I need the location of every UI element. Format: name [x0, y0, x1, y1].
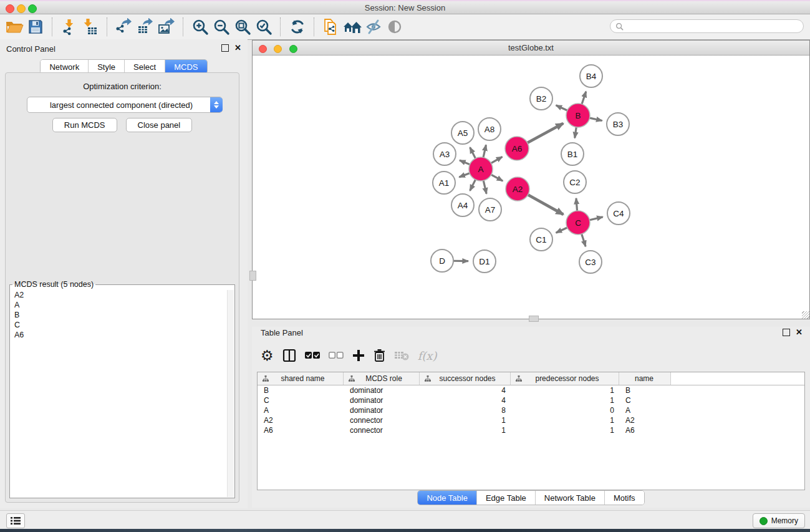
table-cell[interactable]: B — [619, 386, 671, 395]
node-A6[interactable]: A6 — [505, 137, 529, 160]
export-network-button[interactable] — [113, 17, 135, 37]
copy-session-button[interactable] — [321, 17, 342, 37]
refresh-button[interactable] — [287, 17, 308, 37]
table-cell[interactable]: 4 — [420, 396, 511, 405]
resize-grip-icon[interactable] — [802, 311, 809, 319]
table-cell[interactable]: A6 — [619, 426, 671, 435]
node-B3[interactable]: B3 — [607, 113, 629, 135]
edge-A-A4[interactable] — [470, 179, 476, 191]
table-cell[interactable]: B — [258, 386, 344, 395]
table-cell[interactable]: A — [258, 406, 344, 415]
zoom-in-button[interactable] — [190, 17, 211, 37]
zoom-fit-button[interactable] — [232, 17, 253, 37]
table-close-panel-icon[interactable]: ✕ — [796, 329, 803, 336]
mcds-result-item[interactable]: A — [11, 300, 228, 310]
table-cell[interactable]: 1 — [511, 416, 619, 425]
open-folder-button[interactable] — [4, 17, 25, 37]
export-table-button[interactable] — [135, 17, 156, 37]
mcds-result-item[interactable]: B — [11, 310, 228, 320]
edge-A-A5[interactable] — [470, 147, 476, 159]
node-D1[interactable]: D1 — [473, 250, 496, 273]
table-cell[interactable]: 1 — [511, 396, 619, 405]
node-B[interactable]: B — [566, 104, 590, 127]
node-A2[interactable]: A2 — [506, 177, 529, 201]
tab-select[interactable]: Select — [125, 60, 165, 74]
splitter-handle-left[interactable] — [249, 271, 256, 281]
table-cell[interactable]: C — [619, 396, 671, 405]
import-network-button[interactable] — [59, 17, 80, 37]
gear-button[interactable]: ⚙ — [261, 346, 274, 365]
memory-button[interactable]: Memory — [753, 513, 805, 528]
node-D[interactable]: D — [431, 249, 453, 272]
home-button[interactable] — [342, 17, 363, 37]
node-C2[interactable]: C2 — [564, 171, 586, 193]
network-canvas[interactable]: B4B2BB3A5A8A6A3B1AA1A2C2A4A7CC4C1C3DD1 — [253, 56, 809, 319]
edge-A-A1[interactable] — [459, 173, 470, 177]
zoom-selected-button[interactable] — [253, 17, 274, 37]
export-image-button[interactable] — [156, 17, 177, 37]
close-panel-icon[interactable]: ✕ — [234, 44, 241, 52]
table-cell[interactable]: 1 — [511, 386, 619, 395]
node-A3[interactable]: A3 — [433, 143, 456, 165]
table-cell[interactable]: A2 — [258, 416, 344, 425]
table-row[interactable]: Cdominator41C — [258, 395, 804, 405]
column-header-predecessor-nodes[interactable]: predecessor nodes — [511, 372, 619, 385]
table-row[interactable]: A6connector11A6 — [258, 425, 804, 435]
edge-C-C4[interactable] — [589, 217, 603, 220]
tab-network-table[interactable]: Network Table — [536, 491, 605, 505]
show-eye-button[interactable] — [384, 17, 405, 37]
table-cell[interactable]: 0 — [511, 406, 619, 415]
search-box[interactable] — [610, 19, 804, 33]
table-cell[interactable]: 1 — [511, 426, 619, 435]
node-A1[interactable]: A1 — [433, 172, 455, 194]
edge-A6-B[interactable] — [527, 123, 563, 143]
node-B1[interactable]: B1 — [561, 143, 584, 165]
check-all-button[interactable] — [305, 346, 320, 365]
table-cell[interactable]: dominator — [344, 386, 420, 395]
hide-eye-button[interactable] — [363, 17, 384, 37]
table-row[interactable]: A2connector11A2 — [258, 415, 804, 425]
edge-B-B1[interactable] — [575, 127, 577, 138]
edge-C-C2[interactable] — [576, 198, 577, 211]
node-A7[interactable]: A7 — [479, 198, 501, 221]
tab-style[interactable]: Style — [89, 60, 125, 74]
table-cell[interactable]: C — [258, 396, 344, 405]
close-panel-button[interactable]: Close panel — [126, 118, 193, 132]
tab-edge-table[interactable]: Edge Table — [477, 491, 536, 505]
node-A5[interactable]: A5 — [451, 122, 474, 144]
node-C4[interactable]: C4 — [607, 202, 630, 225]
table-row[interactable]: Bdominator41B — [258, 385, 804, 395]
table-cell[interactable]: A2 — [619, 416, 671, 425]
edge-A-A7[interactable] — [483, 180, 486, 194]
table-cell[interactable]: connector — [344, 416, 420, 425]
tab-mcds[interactable]: MCDS — [165, 60, 206, 74]
float-panel-icon[interactable] — [221, 44, 229, 52]
task-history-button[interactable] — [6, 513, 25, 528]
tab-motifs[interactable]: Motifs — [605, 491, 644, 505]
table-float-panel-icon[interactable] — [783, 329, 790, 336]
column-header-MCDS-role[interactable]: MCDS role — [344, 372, 420, 385]
node-C1[interactable]: C1 — [530, 228, 552, 251]
node-C3[interactable]: C3 — [579, 251, 602, 273]
table-cell[interactable]: dominator — [344, 406, 420, 415]
mcds-result-item[interactable]: C — [11, 320, 228, 330]
edge-C-C3[interactable] — [581, 233, 586, 246]
edge-A-A2[interactable] — [491, 175, 503, 181]
column-header-shared-name[interactable]: shared name — [258, 372, 344, 385]
table-cell[interactable]: dominator — [344, 396, 420, 405]
tab-network[interactable]: Network — [41, 60, 89, 74]
save-button[interactable] — [25, 17, 46, 37]
node-A8[interactable]: A8 — [478, 118, 501, 140]
run-mcds-button[interactable]: Run MCDS — [52, 118, 117, 132]
table-cell[interactable]: connector — [344, 426, 420, 435]
edge-A-A3[interactable] — [460, 160, 470, 165]
zoom-out-button[interactable] — [211, 17, 232, 37]
mcds-result-scrollbar[interactable] — [227, 290, 234, 497]
tab-node-table[interactable]: Node Table — [418, 491, 477, 505]
node-A[interactable]: A — [469, 157, 493, 181]
search-input[interactable] — [624, 21, 798, 31]
mcds-result-item[interactable]: A2 — [11, 290, 228, 300]
table-cell[interactable]: 4 — [420, 386, 511, 395]
node-A4[interactable]: A4 — [451, 194, 474, 216]
add-button[interactable] — [352, 346, 365, 365]
